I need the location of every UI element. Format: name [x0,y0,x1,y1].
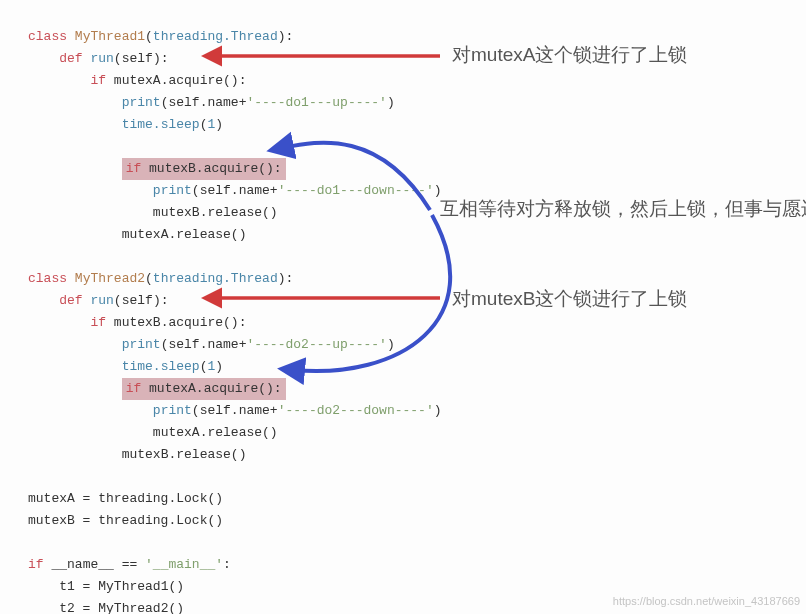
main-str: '__main__' [145,557,223,572]
mutexA-acquire-2: mutexA.acquire(): [149,381,282,396]
highlight-a-acquire: if mutexA.acquire(): [122,378,286,400]
mutexB-release: mutexB.release() [153,205,278,220]
str-do1-up: '----do1---up----' [246,95,386,110]
print: print [122,95,161,110]
kw-class: class [28,29,67,44]
t1-assign: t1 = MyThread1() [59,579,184,594]
str-do2-up: '----do2---up----' [246,337,386,352]
t2-assign: t2 = MyThread2() [59,601,184,614]
num-1: 1 [207,117,215,132]
name-main: __name__ [51,557,113,572]
self: self [122,51,153,66]
time-sleep: time.sleep [122,117,200,132]
class-name-2: MyThread2 [75,271,145,286]
mutexA-assign: mutexA = threading.Lock() [28,491,223,506]
mutexB-assign: mutexB = threading.Lock() [28,513,223,528]
kw-if: if [90,73,106,88]
fn-run: run [90,51,113,66]
watermark: https://blog.csdn.net/weixin_43187669 [613,590,800,612]
mutexA-acquire: mutexA.acquire(): [114,73,247,88]
base-class: threading.Thread [153,29,278,44]
class-name-1: MyThread1 [75,29,145,44]
mutexB-acquire: mutexB.acquire(): [149,161,282,176]
str-do1-down: '----do1---down----' [278,183,434,198]
str-do2-down: '----do2---down----' [278,403,434,418]
mutexB-acquire-2: mutexB.acquire(): [114,315,247,330]
mutexA-release: mutexA.release() [122,227,247,242]
kw-def: def [59,51,82,66]
highlight-b-acquire: if mutexB.acquire(): [122,158,286,180]
code-block: class MyThread1(threading.Thread): def r… [0,0,806,614]
